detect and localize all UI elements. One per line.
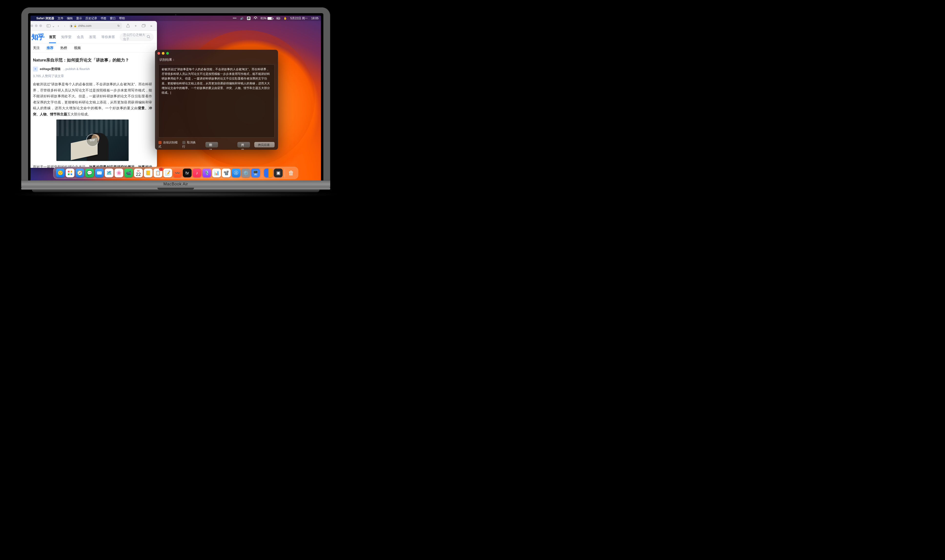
svg-rect-3 xyxy=(142,25,145,27)
close-icon[interactable] xyxy=(157,52,160,55)
svg-rect-6 xyxy=(68,171,69,172)
nav-zhixuetang[interactable]: 知学堂 xyxy=(61,35,71,39)
dock-recent-2[interactable]: ▣ xyxy=(274,169,283,177)
dock-tv[interactable]: tv xyxy=(183,169,191,177)
svg-line-5 xyxy=(150,37,150,38)
dock-numbers[interactable]: 📊 xyxy=(212,169,221,177)
menu-history[interactable]: 历史记录 xyxy=(85,16,97,20)
ocr-text-area[interactable]: 俞敏洪说过"讲故事是每个人的必备技能，不会讲故事的人会被淘汰"。而在科研界，尽管… xyxy=(159,65,274,138)
reload-icon[interactable]: ↻ xyxy=(117,24,120,28)
article-paragraph: 俞敏洪说过"讲故事是每个人的必备技能，不会讲故事的人会被淘汰"。而在科研界，尽管… xyxy=(33,81,152,117)
tab-video[interactable]: 视频 xyxy=(74,46,81,50)
menu-edit[interactable]: 编辑 xyxy=(67,16,73,20)
svg-point-4 xyxy=(147,35,150,38)
dock-calendar[interactable]: 5月 22 xyxy=(134,169,143,177)
input-method-icon[interactable]: 拼 xyxy=(247,17,250,20)
dock-settings[interactable]: ⚙️ xyxy=(241,169,250,177)
dock-messages[interactable]: 💬 xyxy=(85,169,94,177)
dock-freeform[interactable]: 〰️ xyxy=(173,169,182,177)
ocr-traffic-lights[interactable] xyxy=(155,50,278,57)
dock-safari[interactable]: 🧭 xyxy=(76,169,84,177)
safari-toolbar: ⌄ ‹ › ◑ 🔒 zhihu.com ↻ xyxy=(31,21,157,31)
nav-answer[interactable]: 等你来答 xyxy=(101,35,115,39)
dock-reminders[interactable]: 📋 xyxy=(154,169,162,177)
search-input[interactable]: 怎么打心之钢大虫子 xyxy=(120,33,154,41)
sidebar-chevron-icon[interactable]: ⌄ xyxy=(52,23,55,29)
article-title[interactable]: Nature亲自示范：如何提升论文「讲故事」的能力？ xyxy=(33,57,152,64)
nav-vip[interactable]: 会员 xyxy=(77,35,84,39)
laptop-base: MacBook Air xyxy=(21,180,330,188)
site-header: 知乎 首页 知学堂 会员 发现 等你来答 怎么打心之钢大虫子 xyxy=(31,31,157,43)
zhihu-logo[interactable]: 知乎 xyxy=(31,32,44,42)
battery-percent: 81% xyxy=(261,17,267,20)
nav-discover[interactable]: 发现 xyxy=(89,35,96,39)
dock-facetime[interactable]: 📹 xyxy=(124,169,133,177)
tabs-overview-button[interactable] xyxy=(140,23,147,29)
tab-hot[interactable]: 热榜 xyxy=(60,46,67,50)
lock-icon: 🔒 xyxy=(74,25,77,27)
dock-recent-1[interactable] xyxy=(264,169,273,177)
nav-home[interactable]: 首页 xyxy=(49,35,56,39)
dock-appstore[interactable]: Ⓐ xyxy=(231,169,240,177)
article-body: Nature亲自示范：如何提升论文「讲故事」的能力？ e editage意得辑 … xyxy=(31,53,157,168)
tab-recommend[interactable]: 推荐 xyxy=(46,46,54,50)
svg-rect-7 xyxy=(71,171,72,172)
zoom-icon[interactable] xyxy=(166,52,169,55)
address-bar[interactable]: ◑ 🔒 zhihu.com ↻ xyxy=(70,23,122,29)
raise-hand-icon[interactable] xyxy=(284,17,287,20)
author-name[interactable]: editage意得辑 xyxy=(40,66,60,72)
dock-mail[interactable]: ✉️ xyxy=(95,169,104,177)
camera-dot xyxy=(175,14,176,15)
dock-trash[interactable] xyxy=(287,169,296,177)
no-wrap-checkbox[interactable]: 取消换行 xyxy=(182,140,197,149)
menubar-time[interactable]: 18:05 xyxy=(311,17,319,20)
copy-and-exit-button[interactable]: 拷贝后退出 xyxy=(254,142,274,147)
dock-music[interactable]: ♪ xyxy=(193,169,201,177)
calendar-day: 22 xyxy=(136,172,141,177)
dock-maps[interactable]: 🗺️ xyxy=(105,169,114,177)
dock-photos[interactable]: 🌸 xyxy=(114,169,123,177)
dock-keynote[interactable]: 📽️ xyxy=(222,169,231,177)
menu-extra-overflow[interactable] xyxy=(233,17,237,20)
minimize-icon[interactable] xyxy=(162,52,165,55)
menubar-date[interactable]: 5月22日 周一 xyxy=(290,16,308,20)
menu-help[interactable]: 帮助 xyxy=(119,16,125,20)
menu-window[interactable]: 窗口 xyxy=(110,16,116,20)
ocr-text: 俞敏洪说过"讲故事是每个人的必备技能，不会讲故事的人会被淘汰"。而在科研界，尽管… xyxy=(162,68,270,94)
translate-button[interactable]: 翻译 xyxy=(205,142,218,147)
dock-podcasts[interactable]: 🎙️ xyxy=(202,169,211,177)
menu-bookmarks[interactable]: 书签 xyxy=(100,16,106,20)
wifi-icon[interactable] xyxy=(254,17,257,20)
copy-button[interactable]: 拷贝 xyxy=(237,142,250,147)
author-avatar[interactable]: e xyxy=(33,66,38,71)
text-caret xyxy=(171,91,171,94)
tab-follow[interactable]: 关注 xyxy=(33,46,40,50)
ocr-window: 识别结果： 俞敏洪说过"讲故事是每个人的必备技能，不会讲故事的人会被淘汰"。而在… xyxy=(155,50,278,150)
app-name[interactable]: Safari 浏览器 xyxy=(36,16,54,20)
menu-file[interactable]: 文件 xyxy=(58,16,63,20)
volume-icon[interactable] xyxy=(240,17,244,20)
search-icon[interactable] xyxy=(147,35,150,39)
svg-rect-8 xyxy=(68,174,69,175)
dock-launchpad[interactable] xyxy=(66,169,74,177)
dock-contacts[interactable]: 📒 xyxy=(144,169,153,177)
continuous-mode-checkbox[interactable]: 连续识别模式 xyxy=(159,140,178,149)
new-tab-button[interactable]: ＋ xyxy=(133,23,139,29)
article-image[interactable]: GIF xyxy=(56,120,129,161)
share-button[interactable] xyxy=(125,23,131,29)
back-button[interactable]: ‹ xyxy=(55,23,62,29)
traffic-lights[interactable] xyxy=(31,25,42,27)
control-center-icon[interactable] xyxy=(276,17,280,20)
dock-screensharing[interactable]: 🖥️ xyxy=(251,169,260,177)
svg-rect-0 xyxy=(47,25,51,27)
menu-view[interactable]: 显示 xyxy=(76,16,82,20)
battery-status[interactable]: 81% xyxy=(261,17,273,20)
likes-count[interactable]: 3,765 人赞同了该文章 xyxy=(33,74,152,79)
sidebar-toggle-button[interactable] xyxy=(45,23,52,29)
toolbar-overflow-button[interactable]: » xyxy=(148,23,154,29)
svg-rect-9 xyxy=(71,174,72,175)
dock-finder[interactable]: 🙂 xyxy=(56,169,65,177)
dock-notes[interactable]: 📝 xyxy=(163,169,172,177)
url-text: zhihu.com xyxy=(78,24,91,28)
forward-button[interactable]: › xyxy=(62,23,68,29)
